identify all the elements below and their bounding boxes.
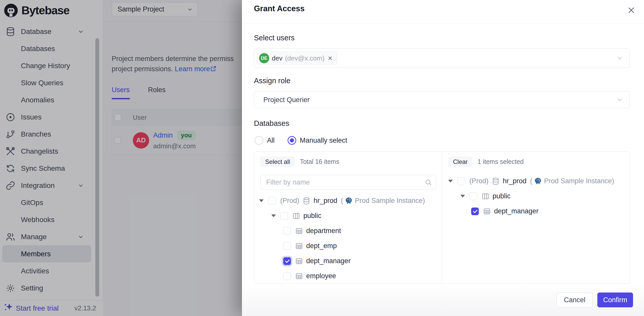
select-all-button[interactable]: Select all xyxy=(260,156,295,167)
tree-row-schema[interactable]: public xyxy=(442,189,629,204)
tree-row-table[interactable]: dept_emp xyxy=(254,238,442,253)
postgresql-icon xyxy=(345,197,353,205)
clear-button[interactable]: Clear xyxy=(448,156,472,167)
select-users-label: Select users xyxy=(254,34,295,42)
total-items-text: Total 16 items xyxy=(300,158,339,165)
header-divider xyxy=(242,23,644,24)
schema-icon xyxy=(292,212,300,220)
tree-checkbox[interactable] xyxy=(283,227,291,235)
tree-checkbox[interactable] xyxy=(470,192,477,200)
selected-tree: (Prod) hr_prod ( Prod Sample Instance) p… xyxy=(442,174,629,219)
chevron-down-icon xyxy=(616,96,623,103)
selected-items-text: 1 items selected xyxy=(478,158,524,165)
select-users-field[interactable]: DE dev (dev@x.com) xyxy=(254,48,630,68)
schema-icon xyxy=(482,192,489,200)
tree-checkbox[interactable] xyxy=(283,242,291,250)
radio-all[interactable]: All xyxy=(255,136,275,145)
tree-row-table[interactable]: dept_manager xyxy=(254,253,442,269)
tree-row-table[interactable]: dept_manager xyxy=(442,204,629,219)
database-icon xyxy=(492,177,499,185)
transfer-source-panel: Select all Total 16 items (Prod) hr_prod… xyxy=(254,152,442,284)
tree-checkbox[interactable] xyxy=(457,177,465,185)
close-icon[interactable] xyxy=(626,5,636,15)
assign-role-select[interactable]: Project Querier xyxy=(254,91,630,108)
table-icon xyxy=(295,257,303,265)
radio-manually-select[interactable]: Manually select xyxy=(288,136,347,145)
database-icon xyxy=(303,197,310,205)
radio-circle[interactable] xyxy=(255,136,263,145)
cancel-button[interactable]: Cancel xyxy=(557,293,593,307)
filter-field xyxy=(260,175,436,190)
chip-avatar: DE xyxy=(259,53,269,63)
search-icon xyxy=(425,179,432,186)
table-icon xyxy=(295,227,303,235)
tree-checkbox[interactable] xyxy=(268,197,276,205)
table-icon xyxy=(483,208,491,215)
postgresql-icon xyxy=(534,177,542,185)
grant-access-modal: Grant Access Select users DE dev (dev@x.… xyxy=(242,0,644,316)
tree-checkbox[interactable] xyxy=(283,272,291,280)
chip-remove-icon[interactable] xyxy=(327,55,333,61)
table-icon xyxy=(295,242,303,250)
user-chip[interactable]: DE dev (dev@x.com) xyxy=(257,52,337,65)
caret-down-icon[interactable] xyxy=(271,214,276,217)
radio-circle-checked[interactable] xyxy=(288,136,296,145)
tree-checkbox-checked[interactable] xyxy=(471,208,479,215)
tree-row-database[interactable]: (Prod) hr_prod ( Prod Sample Instance) xyxy=(254,193,442,208)
assign-role-value: Project Querier xyxy=(263,96,310,104)
screen: Bytebase Database Databases Change Histo… xyxy=(0,0,644,316)
chip-name: dev xyxy=(272,54,282,62)
chip-email: (dev@x.com) xyxy=(285,54,325,62)
chevron-down-icon xyxy=(616,55,623,62)
transfer-selected-panel: Clear 1 items selected (Prod) hr_prod ( … xyxy=(442,152,629,284)
filter-input[interactable] xyxy=(261,178,419,186)
table-icon xyxy=(295,272,303,280)
tree-row-table[interactable]: employee xyxy=(254,269,442,284)
tree-row-database[interactable]: (Prod) hr_prod ( Prod Sample Instance) xyxy=(442,174,629,189)
tree-row-schema[interactable]: public xyxy=(254,208,442,223)
modal-title: Grant Access xyxy=(254,4,305,13)
database-transfer-panel: Select all Total 16 items (Prod) hr_prod… xyxy=(254,151,630,284)
caret-down-icon[interactable] xyxy=(460,195,465,198)
tree-checkbox-checked[interactable] xyxy=(283,257,291,265)
caret-down-icon[interactable] xyxy=(448,180,453,183)
caret-down-icon[interactable] xyxy=(259,199,264,202)
modal-footer: Cancel Confirm xyxy=(242,284,644,316)
source-tree: (Prod) hr_prod ( Prod Sample Instance) p… xyxy=(254,193,442,284)
assign-role-label: Assign role xyxy=(254,77,290,85)
confirm-button[interactable]: Confirm xyxy=(597,293,633,307)
databases-label: Databases xyxy=(254,119,289,128)
tree-checkbox[interactable] xyxy=(280,212,288,220)
tree-row-table[interactable]: department xyxy=(254,223,442,238)
